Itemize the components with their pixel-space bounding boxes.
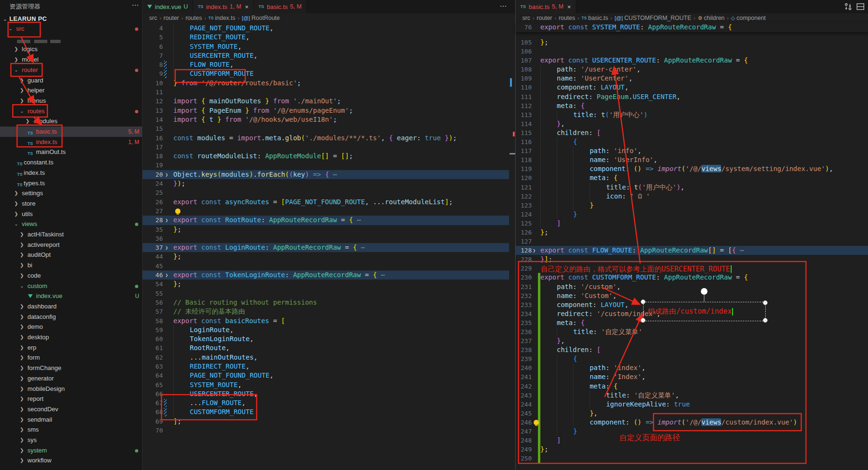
- code-line-4[interactable]: 4 PAGE_NOT_FOUND_ROUTE,: [143, 24, 509, 33]
- code-line-241[interactable]: 241 name: 'Index',: [516, 372, 868, 381]
- annotation-textbox[interactable]: 组成路由/custom/index: [643, 302, 766, 321]
- tree-item-demo[interactable]: ❯demo: [0, 322, 142, 332]
- code-line-44[interactable]: 44};: [143, 252, 509, 261]
- breadcrumb-item-routes[interactable]: ›routes: [552, 15, 575, 21]
- chevron-right-icon[interactable]: ❯: [20, 455, 24, 466]
- chevron-down-icon[interactable]: ⌄: [20, 106, 24, 117]
- lightbulb-icon[interactable]: [534, 420, 539, 425]
- code-line-231[interactable]: 231 path: '/custom',: [516, 282, 868, 291]
- code-line-26[interactable]: 26export const asyncRoutes = [PAGE_NOT_F…: [143, 198, 509, 207]
- code-line-119[interactable]: 119 component: () => import('/@/views/sy…: [516, 164, 868, 173]
- breadcrumb-item-index-ts[interactable]: ›TSindex.ts: [202, 15, 235, 21]
- code-line-27[interactable]: 27: [143, 207, 509, 216]
- chevron-right-icon[interactable]: ❯: [20, 240, 24, 250]
- breadcrumb-item-router[interactable]: ›router: [530, 15, 552, 21]
- code-line-127[interactable]: 127: [516, 237, 868, 246]
- explorer-more-actions-icon[interactable]: ⋯: [132, 1, 139, 9]
- code-line-111[interactable]: 111 redirect: PageEnum.USER_CENTER,: [516, 92, 868, 101]
- chevron-right-icon[interactable]: ❯: [20, 384, 24, 394]
- code-line-57[interactable]: 57// 未经许可的基本路由: [143, 307, 509, 316]
- tree-item-index-ts[interactable]: TSindex.ts1, M: [0, 137, 142, 147]
- tree-item-guard[interactable]: ❯guard: [0, 75, 142, 86]
- chevron-right-icon[interactable]: ❯: [20, 343, 24, 353]
- code-line-18[interactable]: 18const routeModuleList: AppRouteModule[…: [143, 152, 509, 161]
- code-line-248[interactable]: 248 ]: [516, 436, 868, 445]
- code-line-238[interactable]: 238 children: [: [516, 345, 868, 354]
- fold-chevron-icon[interactable]: ❯: [165, 170, 168, 179]
- editor-actions-more-icon[interactable]: ⋯: [500, 2, 507, 10]
- code-line-105[interactable]: 105};: [516, 38, 868, 47]
- tree-item-sendmail[interactable]: ❯sendmail: [0, 415, 142, 425]
- tab-index-ts[interactable]: TSindex.ts1, M×: [193, 0, 254, 13]
- code-line-59[interactable]: 59 LoginRoute,: [143, 325, 509, 334]
- tree-item-activereport[interactable]: ❯activereport: [0, 240, 142, 250]
- code-line-45[interactable]: 45: [143, 262, 509, 271]
- tree-item-report[interactable]: ❯report: [0, 394, 142, 404]
- code-line-115[interactable]: 115 children: [: [516, 128, 868, 137]
- tree-item-store[interactable]: ❯store: [0, 199, 142, 209]
- tree-item-generator[interactable]: ❯generator: [0, 373, 142, 384]
- chevron-right-icon[interactable]: ❯: [26, 116, 29, 127]
- code-line-35[interactable]: 35};: [143, 225, 509, 234]
- chevron-right-icon[interactable]: ❯: [20, 312, 24, 322]
- code-line-64[interactable]: 64 PAGE_NOT_FOUND_ROUTE,: [143, 371, 509, 380]
- chevron-right-icon[interactable]: ❯: [14, 54, 18, 65]
- chevron-down-icon[interactable]: ⌄: [9, 24, 12, 34]
- tree-item-constant-ts[interactable]: TSconstant.ts: [0, 157, 142, 168]
- code-line-5[interactable]: 5 REDIRECT_ROUTE,: [143, 33, 509, 42]
- tree-item-views[interactable]: ⌄views: [0, 219, 142, 229]
- chevron-right-icon[interactable]: ❯: [20, 85, 24, 96]
- chevron-down-icon[interactable]: ⌄: [20, 281, 24, 291]
- code-line-67[interactable]: 67 ...FLOW_ROUTE,: [143, 398, 509, 407]
- compare-changes-icon[interactable]: [844, 2, 852, 11]
- tree-item-logics[interactable]: ❯logics: [0, 44, 142, 54]
- tree-item-src[interactable]: ⌄src: [0, 24, 142, 34]
- chevron-right-icon[interactable]: ❯: [14, 199, 18, 209]
- code-line-68[interactable]: 68 CUSTOMFORM_ROUTE: [143, 407, 509, 416]
- close-icon[interactable]: ×: [567, 3, 571, 10]
- breadcrumb-item-component[interactable]: ›◇component: [725, 15, 766, 21]
- tree-item-menus[interactable]: ❯menus: [0, 96, 142, 106]
- code-line-237[interactable]: 237 },: [516, 336, 868, 345]
- code-line-8[interactable]: 8 FLOW_ROUTE,: [143, 60, 509, 69]
- fold-chevron-icon[interactable]: ❯: [533, 246, 536, 255]
- tree-item-desktop[interactable]: ❯desktop: [0, 332, 142, 343]
- code-line-244[interactable]: 244 ignoreKeepAlive: true: [516, 400, 868, 409]
- chevron-right-icon[interactable]: ❯: [20, 394, 24, 404]
- chevron-right-icon[interactable]: ❯: [20, 75, 24, 86]
- breadcrumb-item-CUSTOMFORM_ROUTE[interactable]: ›[@]CUSTOMFORM_ROUTE: [608, 15, 691, 21]
- code-line-76[interactable]: 76export const SYSTEM_ROUTE: AppRouteRec…: [516, 23, 868, 32]
- lightbulb-icon[interactable]: [175, 208, 180, 214]
- tree-item-mobileDesign[interactable]: ❯mobileDesign: [0, 384, 142, 394]
- code-line-247[interactable]: 247 }: [516, 427, 868, 436]
- tree-item-helper[interactable]: ❯helper: [0, 85, 142, 96]
- code-line-118[interactable]: 118 name: 'UserInfo',: [516, 155, 868, 164]
- code-line-46[interactable]: 46❯export const TokenLoginRoute: AppRout…: [143, 271, 509, 280]
- chevron-right-icon[interactable]: ❯: [20, 352, 24, 363]
- tree-item-index-ts[interactable]: TSindex.ts: [0, 168, 142, 178]
- tree-item-dashboard[interactable]: ❯dashboard: [0, 301, 142, 312]
- code-line-108[interactable]: 108 path: '/user-center',: [516, 65, 868, 74]
- tree-item-actHiTaskinst[interactable]: ❯actHiTaskinst: [0, 229, 142, 240]
- code-line-126[interactable]: 126};: [516, 228, 868, 237]
- code-line-116[interactable]: 116 {: [516, 137, 868, 146]
- code-line-24[interactable]: 24});: [143, 179, 509, 188]
- code-line-63[interactable]: 63 REDIRECT_ROUTE,: [143, 362, 509, 371]
- breadcrumb-item-RootRoute[interactable]: ›[@]RootRoute: [235, 15, 280, 21]
- code-line-54[interactable]: 54};: [143, 280, 509, 289]
- code-line-249[interactable]: 249};: [516, 445, 868, 454]
- chevron-right-icon[interactable]: ❯: [20, 415, 24, 425]
- chevron-right-icon[interactable]: ❯: [20, 250, 24, 260]
- code-line-6[interactable]: 6 SYSTEM_ROUTE,: [143, 42, 509, 51]
- sticky-scroll-line[interactable]: 76export const SYSTEM_ROUTE: AppRouteRec…: [516, 23, 868, 32]
- code-line-61[interactable]: 61 RootRoute,: [143, 343, 509, 352]
- code-line-16[interactable]: 16const modules = import.meta.glob('./mo…: [143, 134, 509, 143]
- code-line-12[interactable]: 12import { mainOutRoutes } from './mainO…: [143, 97, 509, 106]
- obscured-tree-item[interactable]: [0, 34, 142, 45]
- code-line-112[interactable]: 112 meta: {: [516, 101, 868, 110]
- tree-item-model[interactable]: ❯model: [0, 54, 142, 65]
- tree-item-mainOut-ts[interactable]: TSmainOut.ts: [0, 147, 142, 157]
- chevron-right-icon[interactable]: ❯: [20, 445, 24, 456]
- code-line-109[interactable]: 109 name: 'UserCenter',: [516, 74, 868, 83]
- code-line-113[interactable]: 113 title: t('用户中心'): [516, 110, 868, 119]
